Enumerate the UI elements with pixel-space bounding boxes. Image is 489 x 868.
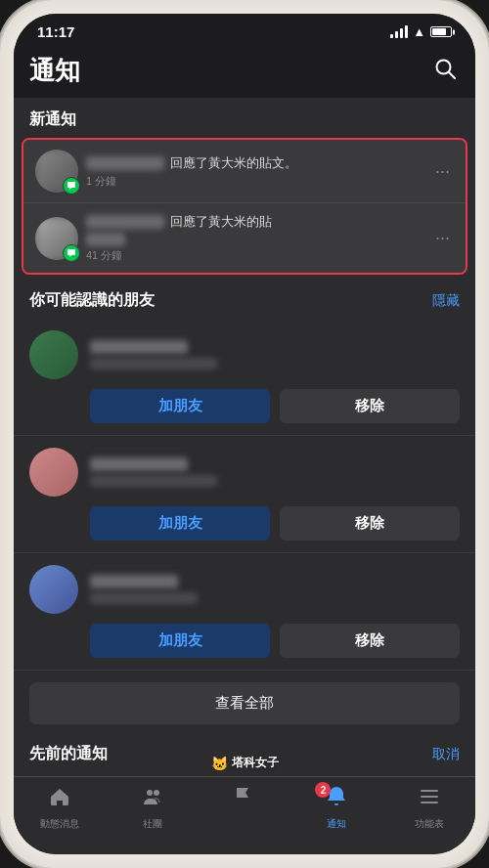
comment-badge-2 — [63, 244, 80, 262]
watermark: 🐱 塔科女子 — [211, 755, 279, 771]
notif-content-2: 回應了黃大米的貼 41 分鐘 — [78, 213, 431, 263]
signal-bar-4 — [405, 25, 408, 38]
people-actions-3: 加朋友 移除 — [90, 624, 460, 658]
people-name-blur-1 — [90, 340, 188, 354]
people-sub-blur-3 — [90, 592, 198, 604]
search-button[interactable] — [430, 54, 460, 88]
status-bar: 11:17 ▲ — [14, 14, 475, 46]
people-section-header: 你可能認識的朋友 隱藏 — [14, 279, 475, 319]
svg-point-2 — [147, 790, 153, 796]
content-area: 新通知 — [14, 98, 475, 831]
remove-btn-2[interactable]: 移除 — [280, 506, 460, 541]
add-friend-btn-2[interactable]: 加朋友 — [90, 506, 270, 541]
add-friend-btn-1[interactable]: 加朋友 — [90, 389, 270, 423]
people-avatar-2 — [29, 448, 78, 497]
menu-icon — [418, 785, 441, 814]
people-name-blur-2 — [90, 457, 188, 471]
notif-text-1: 回應了黃大米的貼文。 — [170, 154, 297, 172]
people-icon — [141, 785, 164, 814]
avatar-wrap-1 — [35, 150, 78, 193]
notif-more-btn-2[interactable]: ··· — [431, 224, 454, 252]
flag-icon — [233, 785, 256, 814]
people-info-3 — [29, 565, 460, 614]
status-time: 11:17 — [37, 23, 74, 40]
signal-bar-3 — [400, 28, 403, 38]
menu-label: 功能表 — [415, 817, 444, 831]
view-all-button[interactable]: 查看全部 — [29, 682, 460, 724]
notif-time-2: 41 分鐘 — [86, 248, 423, 263]
highlight-notification-box: 回應了黃大米的貼文。 1 分鐘 ··· — [22, 138, 467, 275]
notif-text-2: 回應了黃大米的貼 — [170, 213, 272, 231]
people-info-1 — [29, 330, 460, 379]
people-avatar-img-3 — [29, 565, 78, 614]
home-icon — [48, 785, 71, 814]
notif-time-1: 1 分鐘 — [86, 174, 423, 189]
notif-name-suffix-blur — [86, 233, 125, 246]
bottom-nav: 動態消息 社團 — [14, 776, 475, 854]
signal-bar-1 — [390, 34, 393, 38]
svg-point-3 — [154, 790, 159, 796]
bell-icon-wrap: 2 — [325, 785, 348, 814]
people-avatar-img-2 — [29, 448, 78, 497]
people-name-blur-3 — [90, 575, 178, 588]
add-friend-btn-3[interactable]: 加朋友 — [90, 624, 270, 658]
social-label: 社團 — [143, 817, 162, 831]
status-icons: ▲ — [390, 24, 452, 39]
people-section-title: 你可能認識的朋友 — [29, 290, 155, 311]
new-notif-section-header: 新通知 — [14, 98, 475, 138]
people-name-area-1 — [90, 340, 217, 369]
people-item-1: 加朋友 移除 — [14, 319, 475, 436]
avatar-wrap-2 — [35, 217, 78, 260]
phone-screen: 11:17 ▲ 通知 — [14, 14, 475, 854]
notification-item-1[interactable]: 回應了黃大米的貼文。 1 分鐘 ··· — [23, 140, 466, 202]
notifications-label: 通知 — [327, 817, 346, 831]
signal-bars-icon — [390, 25, 408, 38]
signal-bar-2 — [395, 31, 398, 38]
nav-item-feed[interactable]: 動態消息 — [14, 785, 106, 831]
feed-label: 動態消息 — [40, 817, 79, 831]
people-actions-2: 加朋友 移除 — [90, 506, 460, 541]
nav-item-flag[interactable] — [199, 785, 290, 817]
battery-fill — [432, 28, 446, 35]
svg-rect-6 — [421, 802, 438, 803]
nav-item-notifications[interactable]: 2 通知 — [290, 785, 382, 831]
people-sub-blur-1 — [90, 358, 217, 369]
notif-name-blur-1 — [86, 156, 164, 170]
hide-button[interactable]: 隱藏 — [432, 292, 460, 310]
people-avatar-img-1 — [29, 330, 78, 379]
people-item-3: 加朋友 移除 — [14, 553, 475, 671]
watermark-emoji: 🐱 — [211, 756, 228, 771]
page-title: 通知 — [29, 54, 80, 88]
new-notif-title: 新通知 — [29, 109, 76, 130]
cancel-button[interactable]: 取消 — [432, 746, 460, 763]
battery-icon — [430, 26, 452, 37]
comment-badge-1 — [63, 177, 80, 195]
people-item-2: 加朋友 移除 — [14, 436, 475, 553]
people-actions-1: 加朋友 移除 — [90, 389, 460, 423]
svg-rect-5 — [421, 796, 438, 798]
svg-line-1 — [449, 72, 455, 78]
earlier-section-title: 先前的通知 — [29, 744, 108, 764]
svg-rect-4 — [421, 790, 438, 792]
people-avatar-3 — [29, 565, 78, 614]
notification-item-2[interactable]: 回應了黃大米的貼 41 分鐘 ··· — [23, 202, 466, 273]
watermark-text: 塔科女子 — [232, 755, 279, 771]
people-section: 你可能認識的朋友 隱藏 加朋友 — [14, 279, 475, 724]
notif-content-1: 回應了黃大米的貼文。 1 分鐘 — [78, 154, 431, 189]
people-info-2 — [29, 448, 460, 497]
notif-name-row-2: 回應了黃大米的貼 — [86, 213, 423, 231]
people-name-area-3 — [90, 575, 198, 604]
nav-item-menu[interactable]: 功能表 — [383, 785, 475, 831]
app-header: 通知 — [14, 46, 475, 98]
people-sub-blur-2 — [90, 475, 217, 487]
people-avatar-1 — [29, 330, 78, 379]
remove-btn-3[interactable]: 移除 — [280, 624, 460, 658]
nav-item-social[interactable]: 社團 — [106, 785, 198, 831]
phone-frame: 11:17 ▲ 通知 — [0, 0, 489, 868]
notif-more-btn-1[interactable]: ··· — [431, 157, 454, 186]
wifi-icon: ▲ — [413, 24, 425, 39]
notif-name-blur-2 — [86, 215, 164, 229]
remove-btn-1[interactable]: 移除 — [280, 389, 460, 423]
notif-name-row-1: 回應了黃大米的貼文。 — [86, 154, 423, 172]
people-name-area-2 — [90, 457, 217, 487]
